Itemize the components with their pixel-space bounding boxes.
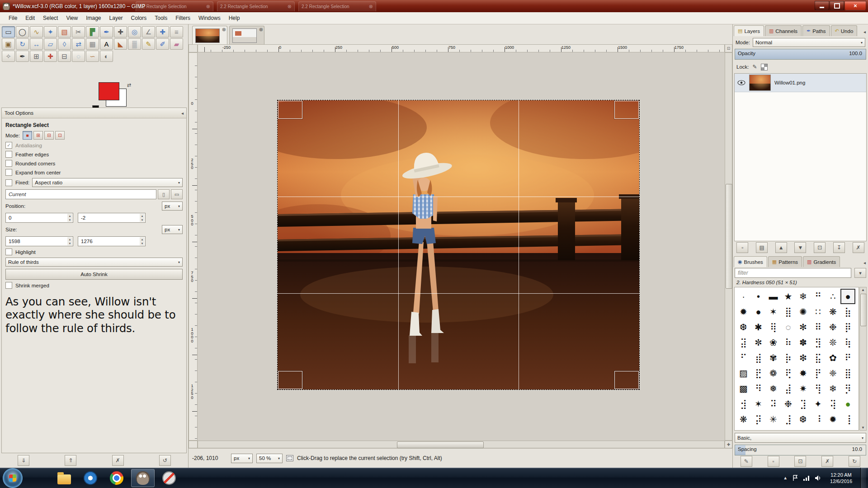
text-tool-icon[interactable]: A (100, 38, 113, 50)
media-player-taskbar-button[interactable]: ▶ (79, 469, 102, 487)
scrollbar-thumb[interactable] (726, 184, 732, 289)
brush-swatch[interactable]: ★ (781, 289, 796, 304)
steps-recorder-taskbar-button[interactable] (157, 469, 181, 487)
align-tool-icon[interactable]: ≡ (170, 26, 183, 38)
brush-swatch[interactable]: ✾ (766, 350, 781, 366)
brush-swatch[interactable]: ⢷ (840, 335, 855, 350)
tab-layers[interactable]: ▤Layers (734, 25, 764, 36)
menu-item-select[interactable]: Select (39, 13, 62, 23)
tab-paths[interactable]: ✒Paths (802, 25, 830, 36)
brush-swatch[interactable]: ● (751, 304, 766, 319)
layer-mode-select[interactable]: Normal ▾ (753, 38, 865, 47)
gimp-taskbar-button[interactable] (131, 469, 155, 487)
delete-layer-button[interactable]: ✗ (853, 242, 864, 253)
fixed-select[interactable]: Aspect ratio ▾ (32, 178, 183, 187)
brush-swatch[interactable]: ⠻ (751, 381, 766, 396)
measure-tool-icon[interactable]: ∠ (142, 26, 155, 38)
horizontal-scrollbar[interactable] (198, 441, 725, 448)
menu-item-windows[interactable]: Windows (194, 13, 225, 23)
scissors-select-tool-icon[interactable]: ✂ (72, 26, 85, 38)
mode-intersect-button[interactable]: ⊡ (55, 131, 65, 140)
size-unit-select[interactable]: px ▾ (162, 225, 183, 234)
spinner-arrows-icon[interactable]: ▲▼ (140, 237, 145, 245)
duplicate-brush-button[interactable]: ⊡ (794, 456, 806, 467)
vertical-ruler[interactable]: 02 5 05 0 07 5 01 0 0 01 2 5 0 (189, 52, 198, 441)
save-preset-button[interactable]: ⇓ (18, 455, 29, 466)
brush-swatch[interactable]: ⣷ (840, 304, 855, 319)
brush-swatch[interactable]: ⠷ (781, 335, 796, 350)
image-tab-second[interactable]: ⊗ (229, 26, 264, 44)
dock-menu-icon[interactable]: ◂ (862, 28, 867, 36)
scroll-up-icon[interactable]: ▲ (860, 288, 866, 292)
swap-colors-icon[interactable]: ⇄ (127, 82, 131, 88)
network-icon[interactable] (803, 475, 810, 481)
spinner-arrows-icon[interactable]: ▲▼ (140, 214, 145, 222)
minimize-button[interactable] (815, 1, 829, 10)
perspective-clone-tool-icon[interactable]: ⊟ (58, 51, 71, 62)
brush-swatch[interactable]: ✳ (766, 412, 781, 427)
brush-swatch[interactable]: ⣿ (840, 366, 855, 381)
highlight-checkbox[interactable] (5, 249, 12, 255)
clock[interactable]: 12:20 AM 12/6/2016 (826, 472, 856, 484)
flip-tool-icon[interactable]: ⇄ (72, 38, 85, 50)
zoom-select[interactable]: 50 % ▾ (256, 454, 283, 463)
shear-tool-icon[interactable]: ▱ (44, 38, 57, 50)
perspective-tool-icon[interactable]: ◊ (58, 38, 71, 50)
brush-swatch[interactable]: ✻ (796, 319, 811, 335)
visibility-eye-icon[interactable] (737, 80, 745, 85)
brush-swatch[interactable]: ✷ (796, 381, 811, 396)
portrait-toggle-icon[interactable]: ▯ (158, 189, 170, 199)
brush-swatch[interactable]: ✹ (826, 412, 840, 427)
brush-swatch[interactable]: ❊ (826, 335, 840, 350)
reset-button[interactable]: ↺ (159, 455, 171, 466)
brush-swatch[interactable]: ⣾ (751, 350, 766, 366)
menu-item-edit[interactable]: Edit (21, 13, 39, 23)
brush-preset-select[interactable]: Basic, ▾ (735, 433, 866, 443)
aspect-ratio-input[interactable]: Current (5, 189, 156, 199)
rounded-corners-checkbox[interactable] (5, 160, 12, 167)
brush-swatch[interactable]: ✿ (826, 350, 840, 366)
position-unit-select[interactable]: px ▾ (162, 202, 183, 211)
lock-pixels-icon[interactable]: ✎ (753, 64, 757, 70)
menu-item-help[interactable]: Help (225, 13, 244, 23)
brush-swatch[interactable]: ✱ (751, 319, 766, 335)
scale-tool-icon[interactable]: ↔ (30, 38, 43, 50)
brush-swatch[interactable]: ✸ (796, 366, 811, 381)
position-x-input[interactable]: 0 ▲▼ (5, 213, 73, 223)
smudge-tool-icon[interactable]: ∽ (86, 51, 99, 62)
navigation-button[interactable]: ✚ (725, 441, 732, 448)
menu-item-file[interactable]: File (5, 13, 21, 23)
brush-swatch[interactable]: ⣯ (811, 350, 826, 366)
cage-transform-tool-icon[interactable]: ▦ (86, 38, 99, 50)
ellipse-select-tool-icon[interactable]: ◯ (16, 26, 29, 38)
expand-from-center-checkbox[interactable] (5, 169, 12, 176)
brush-swatch[interactable]: ❉ (826, 319, 840, 335)
menu-item-view[interactable]: View (62, 13, 82, 23)
lower-layer-button[interactable]: ▼ (794, 242, 806, 253)
brush-swatch[interactable]: ❆ (736, 319, 751, 335)
brush-swatch[interactable]: ⢸ (840, 412, 855, 427)
brush-swatch[interactable]: ❈ (826, 366, 840, 381)
brush-swatch[interactable]: ⠛ (811, 289, 826, 304)
duplicate-layer-button[interactable]: ⊡ (814, 242, 826, 253)
brush-swatch[interactable]: ⢟ (781, 366, 796, 381)
brush-swatch[interactable]: ⡟ (811, 366, 826, 381)
feather-edges-checkbox[interactable] (5, 151, 12, 158)
canvas-viewport[interactable] (198, 52, 725, 441)
close-icon[interactable]: ⊗ (288, 4, 292, 9)
brush-swatch[interactable]: ⢻ (811, 381, 826, 396)
brush-swatch[interactable]: ❆ (796, 412, 811, 427)
clone-tool-icon[interactable]: ⊞ (30, 51, 43, 62)
close-tab-icon[interactable]: ⊗ (222, 27, 226, 33)
brush-swatch[interactable]: ⡷ (781, 350, 796, 366)
brush-swatch[interactable]: ● (840, 289, 855, 304)
select-by-color-tool-icon[interactable]: ▧ (58, 26, 71, 38)
volume-icon[interactable] (815, 475, 822, 481)
brush-swatch[interactable]: ✽ (796, 335, 811, 350)
edit-brush-button[interactable]: ✎ (741, 456, 752, 467)
tab-gradients[interactable]: ▥Gradients (803, 256, 840, 267)
blur-sharpen-tool-icon[interactable]: ◌ (72, 51, 85, 62)
new-brush-button[interactable]: ▫ (768, 456, 779, 467)
opacity-slider[interactable]: Opacity 100.0 (735, 49, 866, 60)
brush-swatch[interactable]: ❇ (796, 350, 811, 366)
